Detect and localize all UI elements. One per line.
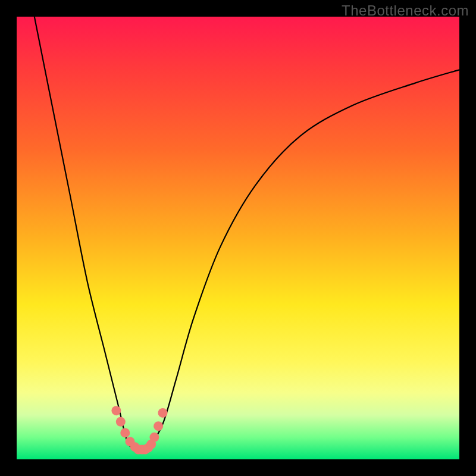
bottleneck-curve (35, 17, 459, 452)
data-markers (111, 406, 167, 454)
data-marker (111, 406, 121, 415)
data-marker (120, 428, 130, 437)
curve-layer (17, 17, 459, 459)
brand-watermark: TheBottleneck.com (342, 2, 469, 19)
plot-area (17, 17, 459, 459)
data-marker (116, 417, 126, 427)
data-marker (158, 408, 168, 418)
data-marker (154, 421, 163, 431)
data-marker (149, 433, 159, 442)
chart-frame: TheBottleneck.com (0, 0, 476, 476)
